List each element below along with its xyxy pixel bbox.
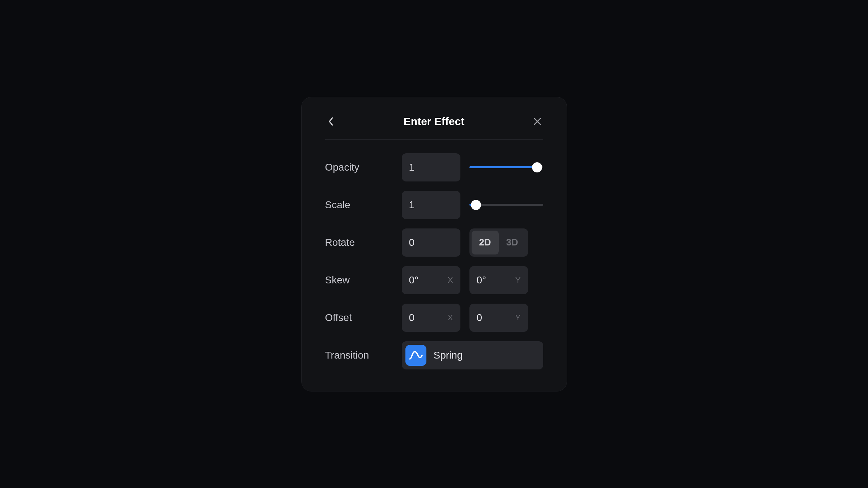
skew-label: Skew [325,274,402,286]
skew-x-value: 0° [409,274,419,286]
offset-y-suffix: Y [515,313,521,322]
back-button[interactable] [325,116,337,127]
slider-fill [469,166,536,168]
offset-x-value: 0 [409,312,415,324]
transition-select[interactable]: Spring [402,341,543,369]
skew-x-input[interactable]: 0° X [402,266,460,294]
offset-label: Offset [325,312,402,324]
rotate-input[interactable]: 0 [402,228,460,257]
transition-row: Transition Spring [325,341,543,369]
skew-y-suffix: Y [515,275,521,285]
rotate-mode-toggle: 2D 3D [469,228,528,257]
transition-label: Transition [325,350,402,361]
scale-input[interactable]: 1 [402,191,460,219]
slider-thumb[interactable] [471,200,481,210]
panel-title: Enter Effect [404,115,464,128]
skew-x-suffix: X [448,275,453,285]
offset-row: Offset 0 X 0 Y [325,304,543,332]
scale-label: Scale [325,199,402,211]
chevron-left-icon [328,117,333,126]
rotate-row: Rotate 0 2D 3D [325,228,543,257]
offset-y-input[interactable]: 0 Y [469,304,528,332]
effect-panel: Enter Effect Opacity 1 Scale 1 Rotate 0 … [301,97,567,391]
offset-x-suffix: X [448,313,453,322]
skew-y-value: 0° [477,274,486,286]
rotate-3d-button[interactable]: 3D [499,231,526,254]
opacity-label: Opacity [325,162,402,173]
offset-y-value: 0 [477,312,482,324]
scale-slider[interactable] [469,201,543,209]
rotate-2d-button[interactable]: 2D [472,231,499,254]
transition-value: Spring [434,350,463,361]
slider-thumb[interactable] [532,162,542,172]
opacity-input[interactable]: 1 [402,153,460,181]
close-icon [533,117,541,125]
offset-x-input[interactable]: 0 X [402,304,460,332]
close-button[interactable] [532,116,543,127]
skew-y-input[interactable]: 0° Y [469,266,528,294]
opacity-slider[interactable] [469,164,543,171]
opacity-row: Opacity 1 [325,153,543,181]
spring-icon [405,345,426,366]
panel-header: Enter Effect [325,115,543,140]
rotate-label: Rotate [325,237,402,248]
scale-row: Scale 1 [325,191,543,219]
skew-row: Skew 0° X 0° Y [325,266,543,294]
